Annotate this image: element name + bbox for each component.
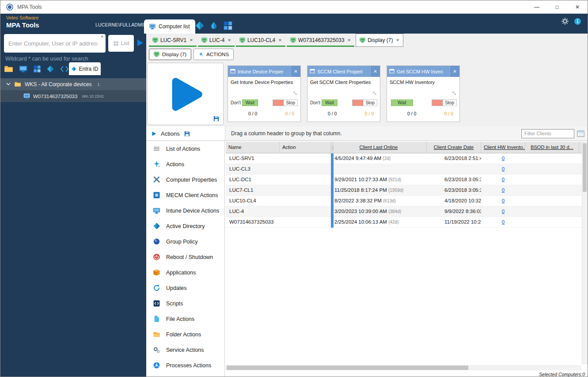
list-button[interactable]: List — [108, 35, 134, 52]
horizontal-scrollbar[interactable] — [226, 365, 581, 370]
column-header[interactable]: BSOD in last 30 d... — [525, 142, 579, 153]
tree-item-computer[interactable]: W07314637325033 Win 10 22H2 — [0, 90, 146, 102]
table-row[interactable]: LUC-CL3 0 — [226, 164, 582, 175]
column-chooser-icon[interactable] — [577, 130, 584, 137]
device-tab[interactable]: Display (7) ✕ — [356, 34, 403, 47]
brand-block: Veles Software MPA Tools — [6, 15, 39, 30]
close-button[interactable]: ✕ — [567, 0, 588, 14]
actions-list-item[interactable]: Reboot / Shutdown — [146, 249, 224, 265]
play-icon[interactable] — [151, 131, 157, 137]
actions-list-item[interactable]: List of Actions — [146, 141, 224, 156]
frozen-column-bar[interactable] — [331, 153, 334, 228]
tab-entra-id[interactable]: Entra ID — [69, 62, 101, 75]
close-tab-icon[interactable]: ✕ — [228, 38, 231, 42]
save-icon[interactable] — [184, 130, 190, 137]
hw-inventory-link[interactable]: 0 — [502, 219, 505, 225]
run-all-play-button[interactable] — [162, 71, 208, 118]
subtab-display[interactable]: Display (7) — [149, 49, 191, 60]
device-tab[interactable]: LUC10-CL4 ✕ — [236, 35, 285, 47]
hw-inventory-link[interactable]: 0 — [502, 209, 505, 214]
close-card-button[interactable]: ✕ — [450, 66, 459, 77]
actions-list-item[interactable]: Active Directory — [146, 218, 224, 234]
save-icon[interactable] — [213, 115, 220, 122]
column-header[interactable]: Name — [226, 142, 280, 153]
close-tab-icon[interactable]: ✕ — [348, 38, 351, 42]
close-tab-icon[interactable]: ✕ — [190, 38, 193, 42]
actions-list-item[interactable]: Group Policy — [146, 234, 224, 249]
close-card-button[interactable]: ✕ — [291, 66, 300, 77]
filter-clients-input[interactable] — [521, 129, 574, 138]
entra-diamond-icon[interactable] — [195, 21, 205, 30]
actions-list-item[interactable]: Actions — [146, 156, 224, 172]
action-card-header[interactable]: Get SCCM HW Inven ✕ — [387, 66, 459, 77]
ad-diamond-icon[interactable] — [46, 65, 54, 73]
close-tab-icon[interactable]: ✕ — [396, 38, 400, 42]
search-clear-icon[interactable]: ✕ — [100, 34, 104, 39]
vertical-scrollbar[interactable] — [582, 142, 588, 364]
hw-inventory-link[interactable]: 0 — [502, 166, 505, 171]
actions-list-item[interactable]: File Actions — [146, 311, 224, 327]
table-row[interactable]: W07314637325033 2/25/2024 10:06:13 AM (4… — [226, 217, 582, 228]
actions-list-item[interactable]: Applications — [146, 265, 224, 280]
actions-list-item[interactable]: MECM Client Actions — [146, 187, 224, 203]
stop-button[interactable]: Stop — [352, 99, 377, 106]
wait-toggle[interactable]: Wait — [322, 99, 338, 106]
hw-inventory-link[interactable]: 0 — [502, 198, 505, 203]
horizontal-scroll-thumb[interactable] — [227, 366, 468, 370]
cell-client-create-date: 6/23/2018 3:05:38 — [427, 185, 481, 195]
column-splitter[interactable]: ⋮ — [331, 142, 334, 228]
actions-list-item[interactable]: Scripts — [146, 296, 224, 311]
hw-inventory-link[interactable]: 0 — [502, 177, 505, 182]
tree-item-root[interactable]: WKS - All Corporate devices 1 — [0, 78, 146, 90]
tab-computer-list[interactable]: Computer list — [144, 19, 195, 34]
actions-list-item[interactable]: Processes Actions — [146, 358, 224, 373]
collapse-icon[interactable] — [372, 91, 377, 95]
table-row[interactable]: LUC-4 3/20/2023 10:39:00 AM (384d) 9/9/2… — [226, 206, 582, 217]
search-play-button[interactable] — [136, 38, 144, 48]
minimize-button[interactable]: — — [527, 0, 547, 14]
actions-list-item[interactable]: Updates — [146, 280, 224, 296]
folder-icon[interactable] — [4, 65, 13, 73]
gear-icon[interactable] — [561, 17, 569, 25]
vertical-scroll-thumb[interactable] — [583, 143, 587, 192]
actions-list-item[interactable]: Intune Device Actions — [146, 203, 224, 218]
mecm-grid-icon[interactable] — [223, 21, 233, 30]
collapse-icon[interactable] — [293, 91, 297, 95]
collapse-icon[interactable] — [452, 91, 456, 95]
column-header[interactable]: Client HW Invento... — [481, 142, 525, 153]
wait-toggle[interactable]: Wait — [242, 99, 258, 106]
maximize-button[interactable]: □ — [547, 0, 567, 14]
computer-search-input[interactable] — [4, 34, 106, 53]
splitter-handle[interactable]: ⋮ — [331, 142, 334, 153]
device-tab[interactable]: W07314637325033 ✕ — [287, 35, 354, 47]
column-header[interactable]: Client Create Date — [427, 142, 481, 153]
action-card-header[interactable]: Intune Device Proper ✕ — [228, 66, 300, 77]
close-card-button[interactable]: ✕ — [370, 66, 380, 77]
device-tab[interactable]: LUC-SRV1 ✕ — [149, 35, 197, 47]
table-row[interactable]: LUC-DC1 9/29/2021 10:27:33 AM (921d) 6/2… — [226, 175, 582, 185]
actions-list-item[interactable]: Service Actions — [146, 342, 224, 358]
intune-drop-icon[interactable] — [209, 21, 218, 30]
wait-counter: 0 / 0 — [407, 111, 416, 116]
stop-button[interactable]: Stop — [273, 99, 298, 106]
table-row[interactable]: LUC7-CL1 11/25/2018 8:17:24 PM (1959d) 6… — [226, 185, 582, 196]
hw-inventory-link[interactable]: 0 — [502, 187, 505, 193]
column-header[interactable]: Action — [280, 142, 331, 153]
close-tab-icon[interactable]: ✕ — [278, 38, 282, 42]
stop-button[interactable]: Stop — [432, 99, 457, 106]
device-tab[interactable]: LUC-4 ✕ — [198, 35, 235, 47]
window-controls: — □ ✕ — [527, 0, 588, 14]
code-icon[interactable] — [60, 65, 69, 72]
table-row[interactable]: LUC-SRV1 4/5/2024 9:47:49 AM (2d) 6/23/2… — [226, 153, 582, 164]
actions-list-item[interactable]: Computer Properties — [146, 172, 224, 187]
wait-toggle[interactable]: Wait — [391, 99, 413, 106]
table-row[interactable]: LUC10-CL4 8/2/2022 3:38:32 PM (613d) 4/1… — [226, 196, 582, 206]
hw-inventory-link[interactable]: 0 — [502, 156, 505, 161]
column-header[interactable]: Client Last Online — [331, 142, 427, 153]
action-card-header[interactable]: SCCM Client Propert ✕ — [307, 66, 380, 77]
subtab-actions[interactable]: ACTIONS — [193, 49, 234, 60]
mecm-grid-small-icon[interactable] — [33, 65, 41, 73]
devices-icon[interactable] — [19, 65, 28, 73]
info-icon[interactable] — [574, 18, 581, 25]
actions-list-item[interactable]: Folder Actions — [146, 327, 224, 342]
